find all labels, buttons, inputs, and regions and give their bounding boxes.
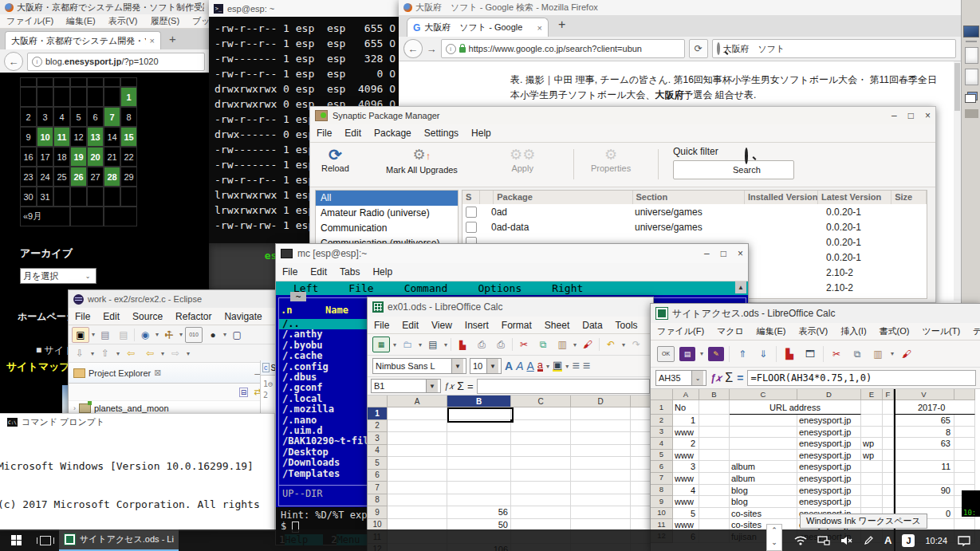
new-tab-button[interactable]: + bbox=[558, 18, 565, 32]
cell[interactable] bbox=[511, 482, 571, 494]
cell[interactable]: blog bbox=[730, 485, 797, 497]
cell[interactable] bbox=[954, 473, 975, 485]
calc1-titlebar[interactable]: ex01.ods - LibreOffice Calc bbox=[368, 297, 653, 317]
properties-button[interactable]: ⚙ Properties bbox=[591, 146, 631, 173]
search-button[interactable]: Search bbox=[733, 146, 761, 175]
row-header[interactable]: 1 bbox=[368, 407, 388, 420]
save-icon[interactable]: ▤ bbox=[97, 328, 113, 342]
url-bar[interactable]: i blog.enesysport.jp/?p=1020 bbox=[27, 53, 205, 71]
menu-item[interactable]: Tabs bbox=[333, 265, 366, 279]
cell[interactable]: enesysport.jp bbox=[797, 415, 861, 427]
column-header[interactable]: C bbox=[730, 389, 797, 400]
cell[interactable] bbox=[447, 482, 511, 494]
cell[interactable]: enesysport.jp bbox=[797, 427, 861, 439]
sum-icon[interactable]: Σ bbox=[457, 380, 464, 392]
cell[interactable] bbox=[954, 427, 975, 439]
cell[interactable] bbox=[388, 457, 447, 470]
cell[interactable]: 2017-0 bbox=[894, 400, 975, 415]
cell[interactable] bbox=[388, 407, 447, 420]
print-icon[interactable]: ⎙ bbox=[474, 337, 490, 352]
spin-control[interactable]: ⌃ ⌄ bbox=[766, 524, 782, 551]
package-row[interactable]: 0ad-datauniverse/games0.0.20-1 bbox=[462, 219, 927, 234]
function-wizard-icon[interactable]: ƒ𝑥 bbox=[710, 372, 721, 384]
cell[interactable]: 3 bbox=[673, 461, 699, 473]
menu-item[interactable]: Data bbox=[576, 318, 608, 333]
cell[interactable] bbox=[861, 496, 883, 508]
menu-item[interactable]: Edit bbox=[338, 126, 368, 140]
cell[interactable] bbox=[447, 470, 511, 482]
cell[interactable] bbox=[388, 470, 447, 482]
google-titlebar[interactable]: 大阪府 ソフト - Google 検索 - Mozilla Firefox bbox=[399, 0, 961, 15]
calendar-day[interactable]: 28 bbox=[104, 167, 120, 187]
cell[interactable] bbox=[571, 482, 631, 494]
cell[interactable] bbox=[511, 457, 571, 470]
equals-icon[interactable]: = bbox=[467, 380, 474, 392]
cell[interactable] bbox=[883, 485, 894, 497]
stamp-icon[interactable]: OK bbox=[657, 346, 675, 362]
menu-item[interactable]: Format bbox=[495, 318, 538, 333]
cell[interactable] bbox=[447, 445, 511, 458]
sitemap-link[interactable]: サイトマップ bbox=[6, 360, 70, 374]
menu-item[interactable]: Sheet bbox=[538, 318, 576, 333]
menu-item[interactable]: ファイル(F) bbox=[0, 14, 60, 29]
cell[interactable]: wp bbox=[861, 450, 883, 462]
cell[interactable] bbox=[883, 438, 894, 450]
cell[interactable] bbox=[571, 494, 631, 507]
grid-corner[interactable] bbox=[954, 389, 975, 400]
cell[interactable]: enesysport.jp bbox=[797, 485, 861, 497]
equals-icon[interactable]: = bbox=[737, 372, 743, 384]
calendar-day[interactable]: 19 bbox=[70, 147, 87, 167]
column-header[interactable]: B bbox=[699, 389, 730, 400]
spin-up-icon[interactable]: ⌃ bbox=[767, 525, 781, 537]
menu-item[interactable]: Navigate bbox=[218, 309, 268, 324]
wifi-icon[interactable] bbox=[794, 536, 807, 545]
row-header[interactable]: 3 bbox=[368, 432, 388, 445]
row-header[interactable]: 3 bbox=[651, 427, 673, 439]
minimize-button[interactable]: – bbox=[704, 248, 710, 259]
back-history-icon[interactable]: ⇦ bbox=[123, 346, 139, 360]
calendar-day[interactable]: 1 bbox=[120, 87, 137, 107]
row-header[interactable]: 6 bbox=[651, 461, 673, 473]
cell[interactable] bbox=[388, 494, 447, 507]
search-field[interactable]: 大阪府 ソフト bbox=[712, 39, 956, 58]
font-color-icon[interactable]: a bbox=[537, 360, 543, 372]
package-row[interactable]: 0aduniverse/games0.0.20-1 bbox=[462, 204, 927, 219]
cell[interactable]: www bbox=[673, 473, 699, 485]
column-header[interactable]: E bbox=[861, 389, 883, 400]
document-icon[interactable] bbox=[965, 47, 978, 64]
sort-ascending-icon[interactable]: ⇑ bbox=[734, 347, 750, 361]
cell[interactable] bbox=[883, 415, 894, 427]
mc-scroll-up-icon[interactable]: ▲ bbox=[735, 281, 746, 293]
cell[interactable]: co-sites bbox=[730, 508, 797, 520]
url-bar[interactable]: i https://www.google.co.jp/search?client… bbox=[441, 39, 685, 58]
row-header[interactable]: 7 bbox=[368, 482, 388, 494]
maximize-button[interactable]: □ bbox=[908, 110, 914, 121]
close-button[interactable]: × bbox=[738, 248, 743, 259]
cell[interactable] bbox=[511, 407, 571, 420]
cell[interactable]: wp bbox=[861, 438, 883, 450]
mini-terminal-peek[interactable]: 10: bbox=[962, 490, 980, 517]
cell[interactable] bbox=[883, 473, 894, 485]
download-arrow-icon[interactable]: ⇩ bbox=[72, 346, 88, 360]
mc-col-sort[interactable]: .n bbox=[281, 305, 292, 316]
cell[interactable]: 1 bbox=[673, 415, 699, 427]
cell[interactable] bbox=[571, 457, 631, 470]
column-header[interactable]: A bbox=[388, 396, 447, 407]
cell[interactable]: enesysport.jp bbox=[797, 496, 861, 508]
cell[interactable]: URL address bbox=[730, 400, 861, 415]
cell[interactable] bbox=[894, 496, 954, 508]
collapse-all-icon[interactable]: ⊟ bbox=[239, 388, 249, 397]
cell[interactable] bbox=[954, 438, 975, 450]
menu-item[interactable]: Refactor bbox=[169, 309, 218, 324]
cell[interactable] bbox=[699, 473, 730, 485]
document-icon[interactable] bbox=[965, 69, 978, 85]
function-wizard-icon[interactable]: ƒ𝑥 bbox=[444, 381, 454, 392]
cell[interactable] bbox=[699, 496, 730, 508]
volume-muted-icon[interactable] bbox=[840, 536, 853, 545]
cell[interactable]: 5 bbox=[673, 508, 699, 520]
build-hammer-icon[interactable]: ⚒ bbox=[159, 324, 180, 345]
column-header[interactable]: D bbox=[797, 389, 861, 400]
cell[interactable] bbox=[511, 420, 571, 433]
cell[interactable]: 56 bbox=[447, 506, 511, 519]
blog-active-tab[interactable]: 大阪府・京都府でシステム開発・ソフ × bbox=[5, 31, 161, 49]
